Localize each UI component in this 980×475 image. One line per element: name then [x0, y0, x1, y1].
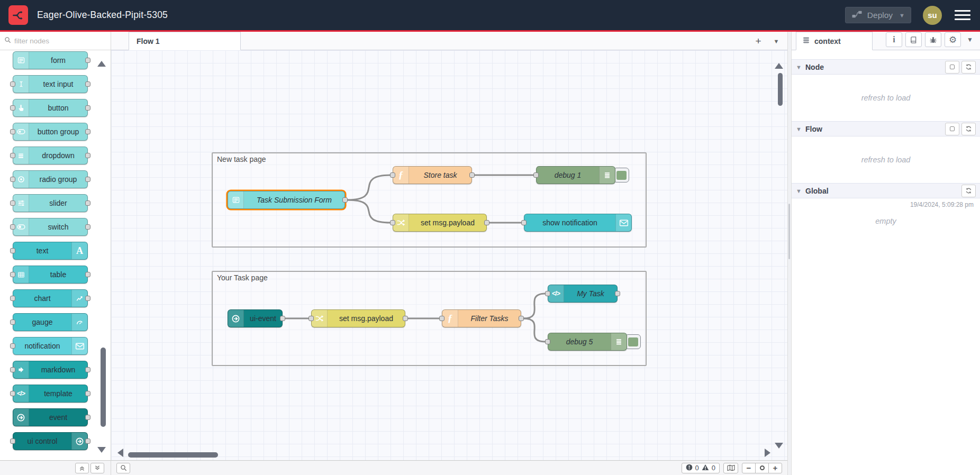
- context-section-node[interactable]: ▼Node: [792, 59, 980, 75]
- palette-scrollbar-thumb[interactable]: [101, 348, 106, 427]
- palette-node-text[interactable]: textA: [13, 242, 88, 260]
- context-section-global[interactable]: ▼Global: [792, 183, 980, 198]
- tab-config-button[interactable]: ⚙: [945, 32, 961, 47]
- output-port[interactable]: [85, 224, 90, 230]
- section-refresh-button[interactable]: [961, 185, 976, 197]
- zoom-out-button[interactable]: −: [742, 463, 756, 473]
- palette-node-template[interactable]: </>template: [13, 385, 88, 403]
- output-port[interactable]: [85, 296, 90, 301]
- palette-scroll-up-arrow[interactable]: [97, 61, 106, 67]
- input-port[interactable]: [545, 291, 550, 296]
- input-port[interactable]: [10, 343, 15, 349]
- section-collapse-chevron[interactable]: ▼: [796, 64, 805, 70]
- palette-node-gauge[interactable]: gauge: [13, 313, 88, 331]
- output-port[interactable]: [484, 220, 489, 225]
- input-port[interactable]: [10, 248, 15, 253]
- palette-node-form[interactable]: form: [13, 51, 88, 69]
- flow-list-caret[interactable]: ▼: [768, 34, 784, 49]
- palette-node-switch[interactable]: switch: [13, 218, 88, 236]
- section-refresh-button[interactable]: [961, 61, 976, 74]
- palette-node-slider[interactable]: slider: [13, 194, 88, 212]
- output-port[interactable]: [85, 153, 90, 158]
- node-ui-event[interactable]: ui-event: [228, 309, 283, 327]
- tab-help-button[interactable]: [905, 32, 922, 47]
- sidebar-separator[interactable]: [787, 32, 792, 475]
- output-port[interactable]: [85, 81, 90, 87]
- input-port[interactable]: [10, 224, 15, 230]
- palette-node-text-input[interactable]: text input: [13, 75, 88, 93]
- debug-toggle-button[interactable]: [613, 168, 629, 182]
- palette-scroll-down-arrow[interactable]: [97, 447, 106, 453]
- node-debug-1[interactable]: debug 1: [536, 166, 615, 184]
- tab-debug-button[interactable]: [925, 32, 941, 47]
- palette-node-notification[interactable]: notification: [13, 337, 88, 355]
- palette-node-button[interactable]: button: [13, 99, 88, 117]
- output-port[interactable]: [85, 105, 90, 111]
- input-port[interactable]: [10, 439, 15, 444]
- palette-node-dropdown[interactable]: dropdown: [13, 147, 88, 165]
- palette-node-radio-group[interactable]: radio group: [13, 170, 88, 188]
- zoom-reset-button[interactable]: [755, 463, 769, 473]
- node-set-msg-payload[interactable]: set msg.payload: [311, 309, 405, 327]
- debug-toggle-button[interactable]: [625, 334, 641, 349]
- notifications-badge[interactable]: 0 0: [682, 463, 720, 473]
- output-port[interactable]: [85, 391, 90, 396]
- input-port[interactable]: [10, 319, 15, 325]
- tab-context[interactable]: context: [796, 32, 873, 50]
- main-menu-button[interactable]: [955, 10, 970, 21]
- output-port[interactable]: [85, 272, 90, 277]
- wire-task_form-to-store_task[interactable]: [347, 175, 391, 200]
- input-port[interactable]: [390, 220, 395, 225]
- wire-filter_tasks-to-debug5[interactable]: [523, 318, 546, 342]
- section-collapse-chevron[interactable]: ▼: [796, 188, 805, 194]
- palette-node-ui-control[interactable]: ui control: [13, 432, 88, 450]
- section-collapse-chevron[interactable]: ▼: [796, 126, 805, 132]
- node-show-notification[interactable]: show notification: [524, 214, 632, 232]
- input-port[interactable]: [10, 367, 15, 372]
- palette-collapse-all-button[interactable]: [75, 463, 89, 473]
- input-port[interactable]: [10, 177, 15, 182]
- node-filter-tasks[interactable]: ƒFilter Tasks: [442, 309, 521, 327]
- input-port[interactable]: [521, 220, 527, 225]
- zoom-in-button[interactable]: +: [768, 463, 782, 473]
- output-port[interactable]: [85, 58, 90, 63]
- output-port[interactable]: [85, 129, 90, 134]
- node-store-task[interactable]: ƒStore task: [393, 166, 472, 184]
- output-port[interactable]: [85, 439, 90, 444]
- node-task-submission-form[interactable]: Task Submission Form: [228, 191, 345, 209]
- output-port[interactable]: [85, 200, 90, 206]
- palette-node-event[interactable]: event: [13, 408, 88, 426]
- tab-flow-1[interactable]: Flow 1: [129, 32, 241, 50]
- input-port[interactable]: [10, 81, 15, 87]
- wire-filter_tasks-to-my_task[interactable]: [523, 294, 546, 318]
- node-set-msg-payload[interactable]: set msg.payload: [393, 214, 487, 232]
- output-port[interactable]: [85, 415, 90, 420]
- input-port[interactable]: [439, 316, 444, 321]
- input-port[interactable]: [10, 200, 15, 206]
- sidebar-menu-caret[interactable]: ▼: [964, 36, 976, 43]
- navigator-toggle-button[interactable]: [723, 463, 738, 473]
- search-flows-button[interactable]: [116, 463, 130, 473]
- output-port[interactable]: [519, 316, 524, 321]
- palette-search-input[interactable]: [14, 37, 94, 45]
- section-open-window-button[interactable]: [945, 123, 959, 135]
- section-open-window-button[interactable]: [945, 61, 959, 74]
- input-port[interactable]: [10, 153, 15, 158]
- palette-node-markdown[interactable]: markdown: [13, 361, 88, 379]
- flowfuse-logo[interactable]: [8, 5, 28, 25]
- palette-expand-all-button[interactable]: [90, 463, 104, 473]
- input-port[interactable]: [10, 296, 15, 301]
- output-port[interactable]: [85, 367, 90, 372]
- context-section-flow[interactable]: ▼Flow: [792, 121, 980, 136]
- deploy-button[interactable]: Deploy ▼: [845, 7, 911, 23]
- input-port[interactable]: [545, 339, 550, 344]
- input-port[interactable]: [390, 172, 395, 178]
- palette-node-button-group[interactable]: button group: [13, 123, 88, 141]
- palette-node-table[interactable]: table: [13, 266, 88, 284]
- input-port[interactable]: [10, 105, 15, 111]
- section-refresh-button[interactable]: [961, 123, 976, 135]
- deploy-options-caret[interactable]: ▼: [899, 12, 905, 19]
- node-debug-5[interactable]: debug 5: [548, 333, 627, 351]
- input-port[interactable]: [10, 129, 15, 134]
- wire-task_form-to-set_payload1[interactable]: [347, 200, 391, 223]
